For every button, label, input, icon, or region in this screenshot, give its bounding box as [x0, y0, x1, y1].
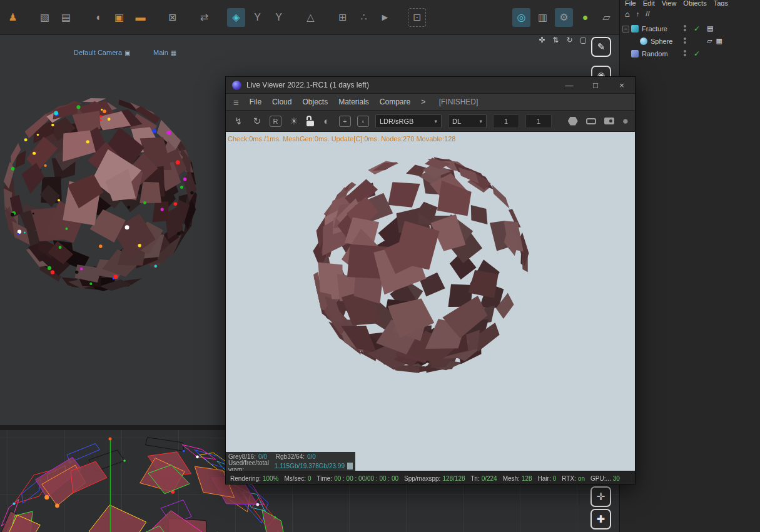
octane-glyph: ◎ [517, 11, 526, 23]
close-button[interactable]: × [611, 81, 632, 90]
lv-menu-file[interactable]: File [250, 98, 261, 106]
mesh-export-icon[interactable] [568, 117, 578, 126]
motion-tool-icon[interactable]: ► [376, 8, 394, 27]
add-axis-button[interactable]: ✚ [590, 509, 611, 529]
home-icon[interactable]: ⌂ [625, 9, 630, 19]
vram-meter [347, 463, 353, 469]
node-tool-a-icon[interactable]: Y [248, 8, 266, 27]
selection-box-glyph: ⊠ [168, 11, 176, 23]
object-tree: − Fracture ✓ ▤ − Sphere ▱▦ − Random ✓ [620, 23, 760, 60]
object-label: Sphere [651, 38, 672, 45]
om-menu-view[interactable]: View [662, 0, 677, 6]
passes-field[interactable]: 1 [493, 114, 519, 128]
status-value: 0 [553, 475, 557, 482]
visibility-dot[interactable] [684, 50, 686, 53]
render-settings-icon[interactable]: ⚙ [555, 8, 573, 27]
layers-tool-icon[interactable]: ▤ [57, 8, 75, 27]
octane-live-viewer-icon[interactable]: ◎ [512, 8, 530, 27]
clamp-tool-icon[interactable]: ▬ [131, 8, 149, 27]
lock-resolution-icon[interactable] [307, 121, 314, 126]
knife-tool-icon[interactable]: ▧ [36, 8, 54, 27]
visibility-dot[interactable] [684, 41, 686, 44]
lv-menu-cloud[interactable]: Cloud [272, 98, 291, 106]
node-tool-b-icon[interactable]: Y [270, 8, 288, 27]
lv-menu-overflow[interactable]: > [421, 98, 425, 106]
film-region-icon[interactable] [586, 118, 596, 124]
rotate-icon[interactable]: ↻ [565, 36, 574, 44]
enabled-check-icon[interactable]: ✓ [694, 24, 700, 33]
frame-tool-icon[interactable]: ▣ [110, 8, 128, 27]
minimize-button[interactable]: — [559, 81, 580, 90]
render-status-badge: [FINISHED] [439, 98, 479, 106]
render-settings-sun-icon[interactable]: ☀ [288, 114, 300, 128]
expand-toggle-icon[interactable]: − [622, 26, 629, 33]
character-tool-icon[interactable]: ♟ [4, 8, 22, 27]
camera-export-icon[interactable] [604, 118, 614, 124]
spline-pen-button[interactable]: ✎ [591, 37, 611, 57]
live-viewer-titlebar[interactable]: Live Viewer 2022.1-RC1 (1 days left) — □… [226, 77, 635, 94]
sampling-select[interactable]: DL ▾ [448, 114, 487, 128]
stack-icon[interactable]: ▤ [707, 24, 713, 33]
polygon-tool-icon[interactable]: △ [301, 8, 320, 27]
particles-tool-icon[interactable]: ∴ [355, 8, 373, 27]
frame-toggle-icon[interactable]: ▢ [579, 36, 588, 44]
om-menu-objects[interactable]: Objects [683, 0, 706, 6]
lv-menu-objects[interactable]: Objects [302, 98, 328, 106]
visibility-dots[interactable] [684, 50, 686, 56]
fracture-tool-icon[interactable]: ◈ [227, 8, 245, 27]
status-value: 00 : 00 : 00/00 : 00 : 00 [334, 475, 398, 482]
om-menu-tags[interactable]: Tags [714, 0, 728, 6]
add-pass-icon[interactable]: + [339, 116, 351, 127]
robot-tool-icon[interactable]: ⊡ [408, 8, 426, 27]
om-menu-file[interactable]: File [625, 0, 636, 6]
lv-menu-compare[interactable]: Compare [380, 98, 410, 106]
buckets-field[interactable]: 1 [525, 114, 552, 128]
folder-icon[interactable]: ▱ [597, 8, 616, 27]
up-level-icon[interactable]: ↑ [636, 10, 640, 18]
visibility-dot[interactable] [684, 54, 686, 56]
lv-toolbar-right-group: ● [568, 115, 629, 128]
object-label: Random [642, 50, 668, 58]
render-canvas[interactable] [226, 132, 635, 471]
package-tool-icon[interactable]: ⊞ [333, 8, 352, 27]
enabled-check-icon[interactable]: ✓ [694, 49, 700, 58]
region-render-icon[interactable]: R [270, 116, 281, 127]
pan-icon[interactable]: ✜ [537, 36, 547, 44]
phong-tag-icon[interactable]: ▱ [707, 37, 712, 45]
visibility-dots[interactable] [684, 25, 686, 31]
status-value: 0/224 [482, 475, 497, 482]
clay-mode-icon[interactable]: ◐ [320, 114, 333, 128]
lv-menu-materials[interactable]: Materials [338, 98, 369, 106]
visibility-dot[interactable] [684, 25, 686, 28]
clone-viewer-icon[interactable]: ▥ [534, 8, 552, 27]
mirror-tool-icon[interactable]: ⇄ [195, 8, 213, 27]
magnet-tool-glyph: ◖ [95, 12, 101, 23]
camera-selector[interactable]: Default Camera ▣ [74, 49, 131, 56]
selection-box-tool-icon[interactable]: ⊠ [163, 8, 181, 27]
visibility-dot[interactable] [684, 38, 686, 40]
render-view[interactable]: Check:0ms./1ms. MeshGen:0ms. Update[C]:0… [226, 132, 635, 471]
object-row-fracture[interactable]: − Fracture ✓ ▤ [620, 23, 760, 35]
colorspace-select[interactable]: LDR/sRGB ▾ [375, 114, 442, 128]
render-target-icon[interactable]: ● [622, 115, 629, 128]
rgb-buffer-label: Rgb32/64: [276, 453, 305, 460]
restart-render-icon[interactable]: ↯ [232, 114, 245, 128]
texture-tag-icon[interactable]: ▦ [716, 37, 722, 45]
mirror-tool-glyph: ⇄ [200, 11, 208, 23]
visibility-dots[interactable] [684, 38, 686, 44]
status-value: 100% [263, 475, 279, 482]
hamburger-menu-icon[interactable]: ≡ [233, 97, 239, 108]
maximize-button[interactable]: □ [585, 81, 606, 90]
visibility-dot[interactable] [684, 29, 686, 31]
dolly-icon[interactable]: ⇅ [551, 36, 560, 44]
clamp-tool-glyph: ▬ [136, 12, 146, 23]
magnet-tool-icon[interactable]: ◖ [89, 8, 107, 27]
object-row-random[interactable]: − Random ✓ [620, 48, 760, 60]
material-ball-icon[interactable]: ● [576, 8, 594, 27]
om-menu-edit[interactable]: Edit [643, 0, 655, 6]
pick-region-icon[interactable]: ▫ [357, 116, 369, 127]
object-row-sphere[interactable]: − Sphere ▱▦ [620, 35, 760, 48]
move-axis-button[interactable]: ✛ [590, 486, 611, 507]
refresh-render-icon[interactable]: ↻ [251, 114, 263, 128]
view-selector[interactable]: Main ▦ [153, 49, 176, 56]
